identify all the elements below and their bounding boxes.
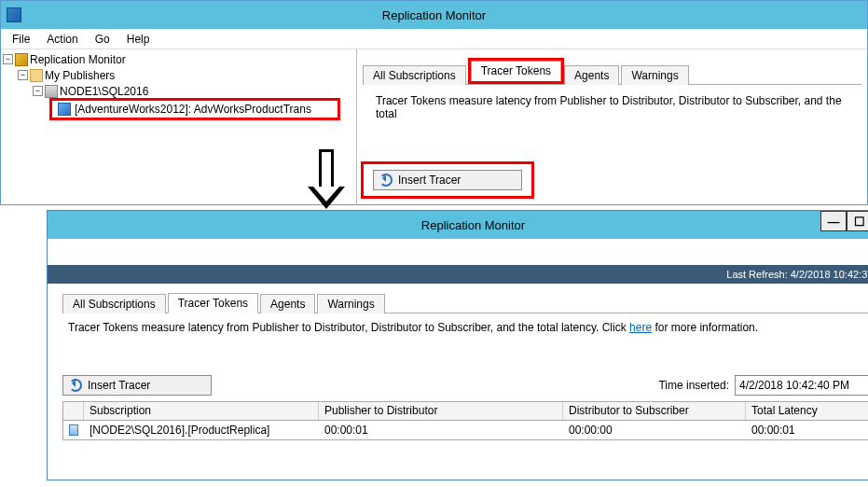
more-info-link[interactable]: here: [629, 321, 652, 334]
table-row[interactable]: [NODE2\SQL2016].[ProductReplica] 00:00:0…: [63, 421, 868, 439]
minimize-button[interactable]: —: [820, 211, 847, 231]
col-total-latency[interactable]: Total Latency: [746, 402, 868, 420]
replication-monitor-window-top: Replication Monitor File Action Go Help …: [0, 0, 868, 205]
cell-total-latency: 00:00:01: [746, 422, 868, 438]
tracer-tokens-description: Tracer Tokens measure latency from Publi…: [68, 321, 868, 334]
time-inserted-combo[interactable]: 4/2/2018 10:42:40 PM ▼: [735, 375, 868, 396]
time-inserted-value: 4/2/2018 10:42:40 PM: [739, 379, 849, 392]
window-title: Replication Monitor: [421, 218, 525, 232]
menu-file[interactable]: File: [5, 31, 37, 48]
tree-server-label[interactable]: NODE1\SQL2016: [60, 85, 148, 98]
latency-grid: Subscription Publisher to Distributor Di…: [62, 401, 868, 440]
cell-pub-to-dist: 00:00:01: [319, 422, 563, 438]
app-icon: [7, 7, 21, 22]
insert-tracer-label: Insert Tracer: [398, 174, 461, 187]
detail-panel: All Subscriptions Tracer Tokens Agents W…: [357, 49, 867, 204]
refresh-icon: [379, 174, 393, 187]
tab-tracer-tokens[interactable]: Tracer Tokens: [168, 293, 258, 313]
tabstrip: All Subscriptions Tracer Tokens Agents W…: [62, 291, 868, 313]
titlebar[interactable]: Replication Monitor — ☐ ✕: [48, 211, 868, 239]
tree-collapse-icon[interactable]: −: [33, 86, 43, 96]
tree-collapse-icon[interactable]: −: [3, 54, 13, 64]
insert-tracer-highlight-box: Insert Tracer: [361, 161, 534, 199]
last-refresh-label: Last Refresh: 4/2/2018 10:42:37 PM: [726, 269, 868, 280]
tab-all-subscriptions[interactable]: All Subscriptions: [363, 65, 466, 85]
publication-highlight-box: [AdventureWorks2012]: AdvWorksProductTra…: [49, 98, 340, 120]
col-icon[interactable]: [63, 402, 84, 420]
col-dist-to-sub[interactable]: Distributor to Subscriber: [563, 402, 746, 420]
insert-tracer-button[interactable]: Insert Tracer: [373, 170, 522, 190]
refresh-icon: [69, 379, 82, 392]
tree-panel: − Replication Monitor − My Publishers − …: [1, 49, 357, 204]
menu-action[interactable]: Action: [39, 31, 85, 48]
tabstrip: All Subscriptions Tracer Tokens Agents W…: [363, 63, 861, 85]
tab-agents[interactable]: Agents: [564, 65, 619, 85]
titlebar[interactable]: Replication Monitor: [1, 1, 867, 29]
tab-agents[interactable]: Agents: [260, 294, 315, 313]
publication-icon: [58, 103, 71, 116]
folder-icon: [30, 69, 43, 82]
menubar: File Action Go Help: [1, 29, 867, 49]
tab-warnings[interactable]: Warnings: [317, 294, 384, 313]
status-bar: Last Refresh: 4/2/2018 10:42:37 PM: [48, 265, 868, 284]
insert-tracer-label: Insert Tracer: [88, 379, 150, 392]
cell-subscription: [NODE2\SQL2016].[ProductReplica]: [84, 422, 319, 438]
menu-go[interactable]: Go: [88, 31, 117, 48]
tree-root-label[interactable]: Replication Monitor: [30, 53, 126, 66]
tree-publication-label[interactable]: [AdventureWorks2012]: AdvWorksProductTra…: [75, 103, 311, 116]
col-pub-to-dist[interactable]: Publisher to Distributor: [319, 402, 563, 420]
menu-help[interactable]: Help: [119, 31, 158, 48]
tab-tracer-tokens[interactable]: Tracer Tokens: [471, 61, 561, 81]
grid-header: Subscription Publisher to Distributor Di…: [63, 402, 868, 421]
replication-monitor-icon: [15, 53, 28, 66]
window-controls: — ☐ ✕: [820, 211, 868, 231]
window-title: Replication Monitor: [382, 8, 486, 22]
tracer-tokens-description: Tracer Tokens measure latency from Publi…: [376, 94, 861, 120]
tree-collapse-icon[interactable]: −: [18, 70, 28, 80]
tab-all-subscriptions[interactable]: All Subscriptions: [62, 294, 166, 313]
tree-publishers-label[interactable]: My Publishers: [45, 69, 115, 82]
col-subscription[interactable]: Subscription: [84, 402, 319, 420]
tab-warnings[interactable]: Warnings: [621, 65, 688, 85]
tracer-tokens-highlight-box: Tracer Tokens: [468, 58, 564, 84]
server-icon: [45, 85, 58, 98]
subscription-icon: [69, 424, 78, 436]
cell-dist-to-sub: 00:00:00: [563, 422, 746, 438]
annotation-arrow: [308, 149, 345, 209]
replication-monitor-window-bottom: Replication Monitor — ☐ ✕ Last Refresh: …: [47, 210, 868, 480]
time-inserted-label: Time inserted:: [658, 379, 729, 392]
insert-tracer-button[interactable]: Insert Tracer: [62, 375, 212, 396]
maximize-button[interactable]: ☐: [847, 211, 868, 231]
